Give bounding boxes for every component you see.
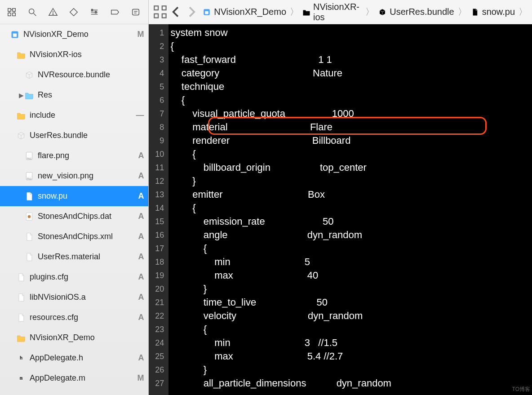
file-name: include xyxy=(30,111,133,120)
file-row[interactable]: UserRes.materialA xyxy=(0,247,148,267)
svg-rect-3 xyxy=(13,13,15,15)
file-name: NVisionXR_Demo xyxy=(30,333,141,342)
scm-status: A xyxy=(135,252,144,262)
navigator-toolbar xyxy=(0,0,148,24)
scm-status: M xyxy=(134,373,144,383)
svg-point-7 xyxy=(29,9,34,13)
file-name: StonesAndChips.xml xyxy=(38,232,135,241)
scm-status: A xyxy=(135,272,144,282)
breadcrumb-label: NVisionXR-ios xyxy=(313,2,362,22)
svg-line-8 xyxy=(34,13,36,16)
file-name: resources.cfg xyxy=(30,313,135,322)
breakpoint-nav-icon[interactable] xyxy=(109,6,121,18)
file-row[interactable]: NVisionXR_DemoM xyxy=(0,24,148,44)
file-row[interactable]: StonesAndChips.datA xyxy=(0,206,148,226)
breadcrumb-icon xyxy=(470,8,479,17)
breadcrumb-label: snow.pu xyxy=(482,7,515,17)
file-row[interactable]: hNVisionController.hA xyxy=(0,388,148,395)
search-nav-icon[interactable] xyxy=(26,6,39,18)
file-icon xyxy=(24,212,34,222)
file-row[interactable]: NVisionXR-ios xyxy=(0,44,148,65)
nav-forward-icon[interactable] xyxy=(184,4,200,20)
file-row[interactable]: plugins.cfgA xyxy=(0,267,148,287)
svg-point-11 xyxy=(53,13,53,14)
breadcrumb[interactable]: NVisionXR_Demo〉NVisionXR-ios〉UserRes.bun… xyxy=(200,2,528,22)
svg-rect-31 xyxy=(155,14,159,18)
report-nav-icon[interactable] xyxy=(129,6,142,18)
file-row[interactable]: StonesAndChips.xmlA xyxy=(0,226,148,247)
related-items-icon[interactable] xyxy=(152,4,168,20)
file-icon xyxy=(10,30,20,40)
test-nav-icon[interactable] xyxy=(67,6,80,18)
project-nav-icon[interactable] xyxy=(5,6,18,18)
file-row[interactable]: mAppDelegate.mM xyxy=(0,368,148,388)
code-content[interactable]: system snow { fast_forward 1 1 category … xyxy=(168,24,532,395)
svg-text:PNG: PNG xyxy=(27,157,32,160)
breadcrumb-icon xyxy=(302,8,310,17)
scm-status: A xyxy=(135,353,144,363)
breadcrumb-segment[interactable]: snow.pu xyxy=(468,7,518,17)
file-row[interactable]: libNVisioniOS.aA xyxy=(0,287,148,307)
breadcrumb-label: UserRes.bundle xyxy=(390,7,454,17)
issue-nav-icon[interactable] xyxy=(47,6,59,18)
file-icon: h xyxy=(16,353,26,363)
file-name: libNVisioniOS.a xyxy=(30,293,135,302)
svg-rect-22 xyxy=(13,33,17,37)
svg-marker-12 xyxy=(70,8,78,16)
file-row[interactable]: ▶Res xyxy=(0,85,148,105)
breadcrumb-label: NVisionXR_Demo xyxy=(214,7,286,17)
svg-rect-2 xyxy=(8,13,11,15)
file-row[interactable]: resources.cfgA xyxy=(0,307,148,328)
file-name: UserRes.material xyxy=(38,252,135,262)
chevron-right-icon: 〉 xyxy=(364,6,375,18)
code-text[interactable]: system snow { fast_forward 1 1 category … xyxy=(170,26,532,390)
breadcrumb-segment[interactable]: NVisionXR_Demo xyxy=(200,7,289,17)
svg-rect-1 xyxy=(13,8,15,11)
code-editor[interactable]: 1234567891011121314151617181920212223242… xyxy=(149,24,532,395)
scm-status: A xyxy=(135,212,144,221)
file-tree[interactable]: NVisionXR_DemoMNVisionXR-iosNVResource.b… xyxy=(0,24,148,395)
chevron-right-icon: 〉 xyxy=(457,6,468,18)
scm-status: M xyxy=(134,30,144,39)
disclosure-triangle-icon[interactable]: ▶ xyxy=(18,92,24,99)
file-name: UserRes.bundle xyxy=(30,131,141,140)
file-row[interactable]: NVisionXR_Demo xyxy=(0,328,148,348)
file-row[interactable]: include— xyxy=(0,105,148,125)
breadcrumb-segment[interactable]: NVisionXR-ios xyxy=(300,2,364,22)
nav-back-icon[interactable] xyxy=(168,4,184,20)
file-row[interactable]: hAppDelegate.hA xyxy=(0,348,148,368)
file-icon xyxy=(24,90,34,100)
scm-status: A xyxy=(135,232,144,241)
chevron-right-icon: 〉 xyxy=(518,6,528,18)
file-icon xyxy=(16,333,26,343)
file-icon: PNG xyxy=(24,151,34,161)
file-name: AppDelegate.m xyxy=(30,373,134,383)
file-icon: m xyxy=(16,373,26,383)
scm-status: A xyxy=(135,191,144,201)
file-icon xyxy=(24,191,34,201)
file-row[interactable]: PNGflare.pngA xyxy=(0,146,148,166)
project-navigator: NVisionXR_DemoMNVisionXR-iosNVResource.b… xyxy=(0,0,149,395)
svg-rect-32 xyxy=(162,14,166,18)
file-icon xyxy=(16,313,26,323)
svg-rect-0 xyxy=(8,8,11,11)
file-icon: h xyxy=(16,394,26,395)
chevron-right-icon: 〉 xyxy=(289,6,300,18)
file-row[interactable]: NVResource.bundle xyxy=(0,65,148,85)
watermark: TO博客 xyxy=(512,386,530,393)
svg-rect-34 xyxy=(205,11,208,14)
file-name: new_vision.png xyxy=(38,171,135,181)
breadcrumb-icon xyxy=(202,8,211,17)
file-icon xyxy=(24,232,34,242)
breadcrumb-segment[interactable]: UserRes.bundle xyxy=(375,7,457,17)
debug-nav-icon[interactable] xyxy=(88,6,101,18)
file-icon xyxy=(16,50,26,60)
file-icon xyxy=(24,252,34,262)
file-row[interactable]: UserRes.bundle xyxy=(0,125,148,146)
file-name: Res xyxy=(38,90,141,100)
file-row[interactable]: PNGnew_vision.pngA xyxy=(0,166,148,186)
file-row[interactable]: snow.puA xyxy=(0,186,148,206)
svg-rect-18 xyxy=(133,9,139,15)
jump-bar: NVisionXR_Demo〉NVisionXR-ios〉UserRes.bun… xyxy=(149,0,532,24)
file-icon xyxy=(16,272,26,282)
